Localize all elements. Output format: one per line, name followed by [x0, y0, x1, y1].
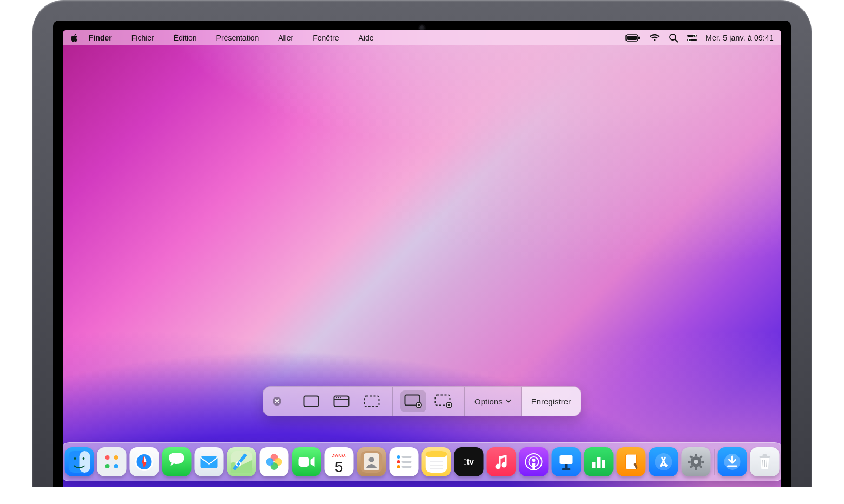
notes-icon[interactable] — [422, 447, 451, 476]
icon-glyph — [588, 451, 610, 473]
svg-point-48 — [369, 457, 374, 462]
svg-point-27 — [74, 457, 76, 460]
svg-rect-55 — [402, 466, 412, 468]
svg-rect-87 — [763, 454, 767, 456]
svg-rect-26 — [80, 451, 90, 473]
icon-glyph — [523, 451, 545, 473]
wallpaper-layer — [63, 30, 781, 487]
record-entire-screen-button[interactable] — [400, 390, 426, 412]
capture-entire-screen-button[interactable] — [298, 390, 324, 412]
tv-icon[interactable]: tv — [454, 447, 484, 476]
svg-point-24 — [448, 404, 450, 406]
trash-icon[interactable] — [750, 447, 780, 476]
svg-point-21 — [418, 404, 420, 406]
wifi-icon[interactable] — [649, 34, 660, 42]
icon-glyph — [199, 451, 220, 473]
laptop-frame: Finder FichierÉditionPrésentationAllerFe… — [32, 0, 812, 487]
svg-rect-65 — [560, 455, 573, 464]
svg-rect-71 — [626, 454, 637, 469]
record-selection-button[interactable] — [431, 390, 457, 412]
icon-glyph — [166, 451, 188, 473]
icon-glyph — [685, 451, 707, 473]
wallpaper-layer — [63, 30, 781, 487]
svg-rect-2 — [638, 37, 640, 39]
active-app-name[interactable]: Finder — [89, 34, 112, 42]
close-toolbar-button[interactable] — [269, 393, 285, 409]
battery-icon[interactable] — [625, 34, 641, 42]
icon-glyph — [621, 451, 642, 473]
apple-menu-icon[interactable] — [70, 34, 79, 42]
control-center-icon[interactable] — [687, 34, 697, 42]
capture-selection-button[interactable] — [359, 390, 385, 412]
menu-presentation[interactable]: Présentation — [216, 34, 259, 42]
icon-glyph — [556, 451, 577, 473]
svg-line-77 — [700, 466, 702, 468]
icon-glyph — [653, 451, 675, 473]
svg-point-10 — [689, 39, 691, 41]
icon-glyph — [491, 451, 512, 473]
dock: JANV.5tv — [63, 442, 781, 481]
menu-fenetre[interactable]: Fenêtre — [313, 34, 339, 42]
svg-point-3 — [670, 34, 676, 40]
launchpad-icon[interactable] — [97, 447, 127, 476]
svg-line-83 — [700, 456, 702, 458]
svg-point-32 — [106, 464, 110, 468]
spotlight-icon[interactable] — [669, 33, 678, 43]
facetime-icon[interactable] — [292, 447, 321, 476]
menu-aller[interactable]: Aller — [278, 34, 293, 42]
icon-glyph — [101, 451, 123, 473]
downloads-icon[interactable] — [718, 447, 747, 476]
dock-separator — [714, 449, 715, 475]
laptop-lid: Finder FichierÉditionPrésentationAllerFe… — [32, 0, 812, 487]
svg-point-16 — [338, 397, 339, 398]
appstore-icon[interactable] — [649, 447, 678, 476]
capture-window-button[interactable] — [328, 390, 354, 412]
svg-text:tv: tv — [464, 457, 474, 466]
svg-point-28 — [83, 457, 85, 460]
menu-edition[interactable]: Édition — [174, 34, 197, 42]
svg-rect-18 — [364, 396, 379, 407]
svg-rect-1 — [627, 36, 637, 40]
svg-rect-38 — [201, 456, 218, 468]
icon-glyph — [361, 451, 383, 473]
svg-point-50 — [397, 455, 400, 459]
contacts-icon[interactable] — [357, 447, 386, 476]
icon-glyph — [393, 451, 415, 473]
calendar-icon[interactable]: JANV.5 — [325, 447, 354, 476]
options-label: Options — [474, 397, 503, 406]
svg-rect-69 — [597, 457, 601, 468]
desktop[interactable]: Finder FichierÉditionPrésentationAllerFe… — [63, 30, 781, 487]
page: Finder FichierÉditionPrésentationAllerFe… — [0, 0, 844, 504]
menu-fichier[interactable]: Fichier — [131, 34, 154, 42]
svg-point-17 — [340, 397, 341, 398]
svg-rect-70 — [602, 460, 605, 468]
messages-icon[interactable] — [162, 447, 192, 476]
icon-glyph: JANV.5 — [328, 451, 350, 473]
svg-point-33 — [114, 464, 118, 468]
pages-icon[interactable] — [617, 447, 646, 476]
menu-bar-clock[interactable]: Mer. 5 janv. à 09:41 — [705, 34, 774, 42]
icon-glyph — [722, 451, 743, 473]
music-icon[interactable] — [487, 447, 516, 476]
numbers-icon[interactable] — [584, 447, 614, 476]
wallpaper-layer — [63, 30, 781, 487]
system-preferences-icon[interactable] — [682, 447, 711, 476]
svg-rect-12 — [304, 396, 318, 407]
reminders-icon[interactable] — [390, 447, 419, 476]
svg-point-64 — [532, 459, 536, 462]
icon-glyph — [754, 451, 776, 473]
screenshot-toolbar: Options Enregistrer — [263, 386, 581, 416]
mail-icon[interactable] — [195, 447, 224, 476]
options-dropdown[interactable]: Options — [465, 387, 521, 416]
photos-icon[interactable] — [260, 447, 289, 476]
chevron-down-icon — [506, 399, 511, 403]
safari-icon[interactable] — [130, 447, 159, 476]
menu-aide[interactable]: Aide — [358, 34, 373, 42]
maps-icon[interactable] — [227, 447, 256, 476]
finder-icon[interactable] — [65, 447, 94, 476]
podcasts-icon[interactable] — [519, 447, 549, 476]
keynote-icon[interactable] — [552, 447, 581, 476]
wallpaper-layer — [63, 30, 781, 487]
svg-point-15 — [336, 397, 337, 398]
record-button[interactable]: Enregistrer — [522, 387, 581, 416]
